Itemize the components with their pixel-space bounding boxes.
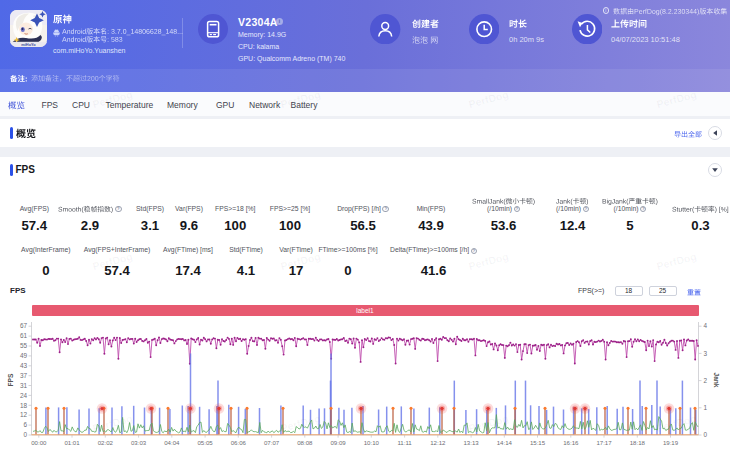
svg-text:12: 12	[20, 411, 28, 418]
svg-text:01:01: 01:01	[64, 439, 80, 446]
svg-text:00:00: 00:00	[31, 439, 47, 446]
svg-text:43: 43	[20, 362, 28, 369]
svg-text:06:06: 06:06	[231, 439, 247, 446]
svg-text:49: 49	[20, 352, 28, 359]
svg-text:14:14: 14:14	[497, 439, 513, 446]
svg-text:24: 24	[20, 392, 28, 399]
svg-text:19:19: 19:19	[663, 439, 679, 446]
svg-text:18:18: 18:18	[630, 439, 646, 446]
svg-text:17:17: 17:17	[596, 439, 612, 446]
svg-text:31: 31	[20, 382, 28, 389]
svg-text:0: 0	[23, 431, 27, 438]
svg-text:02:02: 02:02	[98, 439, 114, 446]
svg-text:15:15: 15:15	[530, 439, 546, 446]
svg-text:11:11: 11:11	[397, 439, 412, 446]
svg-text:67: 67	[20, 322, 28, 329]
svg-text:13:13: 13:13	[463, 439, 479, 446]
svg-text:Jank: Jank	[713, 372, 720, 387]
svg-text:18: 18	[20, 402, 28, 409]
svg-text:09:09: 09:09	[330, 439, 346, 446]
svg-text:37: 37	[20, 372, 28, 379]
svg-text:04:04: 04:04	[164, 439, 180, 446]
svg-text:10:10: 10:10	[364, 439, 380, 446]
svg-text:03:03: 03:03	[131, 439, 147, 446]
svg-text:07:07: 07:07	[264, 439, 280, 446]
svg-text:12:12: 12:12	[430, 439, 446, 446]
svg-text:55: 55	[20, 342, 28, 349]
svg-text:08:08: 08:08	[297, 439, 313, 446]
svg-text:4: 4	[704, 322, 708, 329]
svg-text:6: 6	[23, 421, 27, 428]
svg-text:miHoYo: miHoYo	[21, 42, 36, 47]
svg-text:16:16: 16:16	[563, 439, 579, 446]
svg-text:FPS: FPS	[7, 373, 14, 386]
svg-text:3: 3	[704, 350, 708, 357]
svg-text:0: 0	[704, 431, 708, 438]
svg-text:2: 2	[704, 377, 708, 384]
svg-text:05:05: 05:05	[197, 439, 213, 446]
svg-text:61: 61	[20, 332, 28, 339]
svg-text:1: 1	[704, 404, 708, 411]
